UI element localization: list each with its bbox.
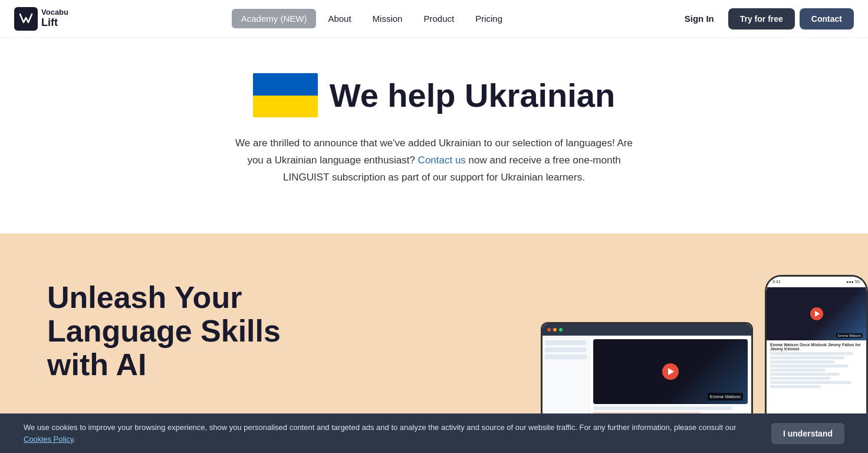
logo[interactable]: Vocabu Lift [14,7,68,31]
flag-yellow [253,96,318,118]
logo-lift: Lift [41,17,68,29]
phone-video-title: Emma Watson Once Mistook Jimmy Fallon fo… [767,340,866,352]
hero-flag-row: We help Ukrainian [12,73,856,117]
sidebar-item [545,340,587,345]
phone-line [770,385,821,388]
phone-line [770,373,840,376]
dot-red [547,328,551,331]
sidebar-item [545,347,587,352]
nav-item-academy[interactable]: Academy (NEW) [232,9,317,28]
try-free-button[interactable]: Try for free [728,8,795,29]
phone-line [770,369,826,372]
sidebar-item [545,354,587,359]
phone-play-icon [815,311,820,317]
phone-play-button[interactable] [810,307,823,320]
nav-item-mission[interactable]: Mission [363,9,412,28]
flag-blue [253,73,318,96]
navbar: Vocabu Lift Academy (NEW) About Mission … [0,0,868,38]
understand-button[interactable]: I understand [771,423,844,444]
phone-line [770,356,844,359]
hero-section: We help Ukrainian We are thrilled to ann… [0,38,868,234]
nav-item-about[interactable]: About [318,9,360,28]
contact-us-link[interactable]: Contact us [418,155,466,166]
text-line [593,406,732,410]
laptop-topbar [542,324,751,336]
phone-statusbar: 9:42 ●●● 5G [767,277,866,287]
phone-video-label: Emma Watson [836,333,863,338]
lower-text: Unleash Your Language Skills with AI [47,269,281,382]
hero-title: We help Ukrainian [330,77,615,114]
ukraine-flag [253,73,318,117]
phone-line [770,365,849,367]
cookies-policy-link[interactable]: Cookies Policy [24,435,73,444]
phone-line [770,352,853,355]
logo-icon [14,7,38,31]
phone-time: 9:42 [772,280,781,284]
phone-signal: ●●● 5G [846,280,860,284]
contact-button[interactable]: Contact [800,8,854,29]
dot-yellow [553,328,557,331]
signin-button[interactable]: Sign In [675,9,724,28]
navbar-actions: Sign In Try for free Contact [675,8,854,29]
lower-title: Unleash Your Language Skills with AI [47,281,281,382]
cookie-text: We use cookies to improve your browsing … [24,422,760,445]
video-label: Emma Watson [708,393,743,401]
phone-line [770,377,830,380]
nav-links: Academy (NEW) About Mission Product Pric… [232,9,512,28]
phone-line [770,360,835,363]
video-thumbnail: Emma Watson [593,339,748,404]
phone-content-lines [767,352,866,388]
cookie-banner: We use cookies to improve your browsing … [0,413,868,453]
nav-item-pricing[interactable]: Pricing [466,9,512,28]
dot-green [559,328,563,331]
logo-vocabu: Vocabu [41,8,68,17]
play-icon [668,368,674,375]
nav-item-product[interactable]: Product [414,9,463,28]
phone-video-thumb: Emma Watson [767,287,866,340]
phone-line [770,381,851,384]
play-button[interactable] [662,363,679,380]
hero-description: We are thrilled to announce that we've a… [234,135,634,186]
